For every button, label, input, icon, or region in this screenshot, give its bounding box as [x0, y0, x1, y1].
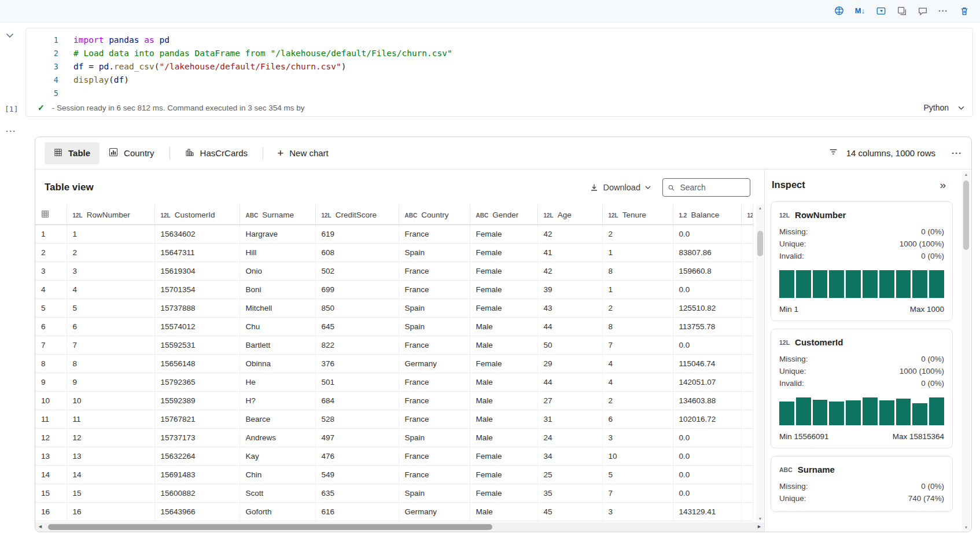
min-label: Min 15566091	[779, 432, 829, 441]
scroll-up-icon[interactable]: ▲	[962, 172, 970, 176]
more-options-icon[interactable]: ···	[935, 3, 951, 19]
table-row[interactable]: 161615643966Goforth616GermanyMale4531431…	[35, 503, 753, 521]
table-cell: 6	[67, 318, 154, 336]
table-row[interactable]: 9915792365He501FranceMale444142051.07	[35, 373, 753, 392]
more-options-glyph: ···	[938, 6, 948, 16]
new-chart-button[interactable]: + New chart	[269, 148, 337, 159]
code-line[interactable]: 5	[26, 87, 972, 100]
column-header[interactable]: 12LCreditScore	[315, 205, 399, 225]
scroll-right-icon[interactable]: ►	[757, 524, 762, 529]
histogram-bar	[929, 270, 944, 298]
stat-label: Unique:	[779, 238, 806, 250]
stat-value: 0 (0%)	[921, 250, 944, 262]
tab-label: HasCrCards	[200, 148, 248, 158]
code-line[interactable]: 4display(df)	[26, 73, 972, 87]
search-icon	[668, 183, 675, 192]
tab-country[interactable]: Country	[100, 142, 164, 164]
table-row[interactable]: 7715592531Bartlett822FranceMale5070.0	[35, 336, 753, 355]
stat-row: Missing:0 (0%)	[779, 226, 944, 238]
column-header[interactable]: 12LAge	[537, 205, 602, 225]
table-row[interactable]: 6615574012Chu645SpainMale448113755.78	[35, 318, 753, 336]
column-header[interactable]: ABCSurname	[240, 205, 315, 225]
table-row[interactable]: 121215737173Andrews497SpainMale2430.0	[35, 429, 753, 447]
table-row[interactable]: 5515737888Mitchell850SpainFemale43212551…	[35, 299, 753, 318]
column-header[interactable]: 12LCustomerId	[154, 205, 240, 225]
histogram-bar	[829, 402, 844, 425]
stat-value: 1000 (100%)	[900, 238, 944, 250]
cell-more-actions[interactable]: ···	[6, 126, 16, 136]
table-cell: 1	[602, 244, 673, 262]
table-row[interactable]: 3315619304Onio502FranceFemale428159660.8	[35, 262, 753, 281]
language-picker[interactable]: Python	[923, 103, 964, 112]
stat-row: Unique:1000 (100%)	[779, 365, 944, 377]
scroll-down-icon[interactable]: ▼	[962, 525, 970, 529]
column-header[interactable]: 12LTenure	[602, 205, 673, 225]
inspect-scrollbar-thumb[interactable]	[963, 181, 969, 250]
filter-icon[interactable]	[828, 147, 838, 159]
tab-hascrcards[interactable]: HasCrCards	[176, 142, 257, 164]
search-box	[662, 178, 750, 197]
table-cell: 31	[537, 410, 602, 429]
vertical-scrollbar-thumb[interactable]	[757, 231, 763, 256]
download-button[interactable]: Download	[590, 183, 651, 192]
table-cell: 15619304	[154, 262, 240, 281]
table-cell: 850	[315, 299, 399, 318]
scroll-up-icon[interactable]: ▲	[756, 206, 764, 210]
scroll-down-icon[interactable]: ▼	[756, 517, 764, 521]
inspect-title: Inspect	[772, 179, 805, 190]
horizontal-scrollbar[interactable]: ◄ ►	[35, 522, 764, 532]
table-cell: 4	[602, 355, 673, 373]
column-header[interactable]: 12LRowNumber	[67, 205, 154, 225]
table-cell: Spain	[399, 318, 470, 336]
chevron-down-icon	[958, 106, 964, 110]
results-content: Table view Download 12LRowNumber12LCusto…	[35, 170, 971, 532]
table-row[interactable]: 4415701354Boni699FranceFemale3910.0	[35, 281, 753, 299]
code-line[interactable]: 3df = pd.read_csv("/lakehouse/default/Fi…	[26, 60, 972, 73]
table-row[interactable]: 151515600882Scott635SpainFemale3570.0	[35, 484, 753, 503]
table-cell: 2	[67, 244, 154, 262]
collapse-cell-icon[interactable]	[6, 30, 14, 40]
inspect-scrollbar[interactable]: ▲ ▼	[962, 171, 970, 531]
table-cell: 115046.74	[673, 355, 741, 373]
code-token: pd	[159, 35, 169, 45]
delete-icon[interactable]	[956, 3, 972, 19]
code-line[interactable]: 1import pandas as pd	[26, 34, 972, 47]
search-input[interactable]	[679, 182, 745, 193]
data-wrangler-icon[interactable]	[831, 3, 847, 19]
markdown-icon[interactable]: M↓	[852, 3, 868, 19]
table-row[interactable]: 131315632264Kay476FranceFemale34100.0	[35, 447, 753, 466]
scroll-left-icon[interactable]: ◄	[38, 524, 43, 529]
column-header[interactable]: 12L	[741, 205, 753, 225]
inspect-column-name: RowNumber	[795, 210, 846, 220]
convert-cell-icon[interactable]	[873, 3, 889, 19]
table-row[interactable]: 1115634602Hargrave619FranceFemale4220.0	[35, 225, 753, 244]
horizontal-scrollbar-thumb[interactable]	[48, 524, 492, 530]
table-cell: Goforth	[240, 503, 315, 521]
table-row[interactable]: 8815656148Obinna376GermanyFemale29411504…	[35, 355, 753, 373]
table-cell: Male	[470, 429, 537, 447]
column-header[interactable]: ABCCountry	[399, 205, 470, 225]
table-row[interactable]: 141415691483Chin549FranceFemale2550.0	[35, 466, 753, 484]
column-header[interactable]: 1.2Balance	[673, 205, 741, 225]
results-more-options[interactable]: ···	[952, 148, 962, 158]
collapse-panel-icon[interactable]: »	[940, 179, 946, 190]
table-cell	[741, 392, 753, 410]
table-cell: 7	[602, 336, 673, 355]
row-index-cell: 9	[35, 373, 67, 392]
column-type-icon: 12L	[609, 212, 618, 219]
code-editor[interactable]: 1import pandas as pd2# Load data into pa…	[26, 28, 972, 100]
table-cell: 12	[67, 429, 154, 447]
column-header[interactable]: ABCGender	[470, 205, 537, 225]
table-cell: France	[399, 466, 470, 484]
column-type-icon: 12L	[73, 212, 83, 219]
stat-label: Missing:	[779, 480, 808, 492]
code-line[interactable]: 2# Load data into pandas DataFrame from …	[26, 47, 972, 60]
split-cell-icon[interactable]	[894, 3, 909, 19]
table-row[interactable]: 101015592389H?684FranceMale272134603.88	[35, 392, 753, 410]
comment-icon[interactable]	[915, 3, 930, 19]
table-row[interactable]: 2215647311Hill608SpainFemale41183807.86	[35, 244, 753, 262]
table-row[interactable]: 111115767821Bearce528FranceMale316102016…	[35, 410, 753, 429]
column-type-icon: ABC	[246, 212, 259, 219]
tab-table[interactable]: Table	[45, 142, 100, 164]
vertical-scrollbar[interactable]: ▲ ▼	[756, 205, 764, 522]
